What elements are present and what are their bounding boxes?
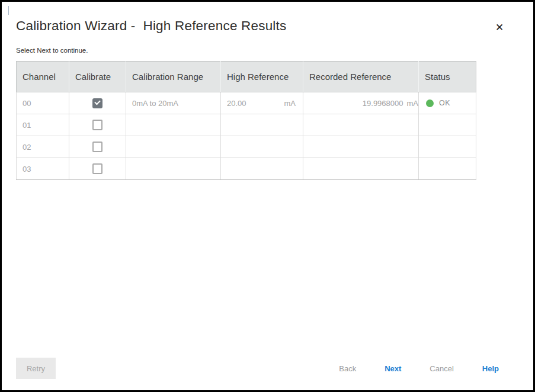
status-cell	[419, 114, 476, 136]
column-header-high-reference: High Reference	[221, 62, 303, 92]
channel-cell: 03	[17, 158, 69, 180]
dialog-title: Calibration Wizard - High Reference Resu…	[16, 18, 286, 34]
recorded-reference-cell	[303, 158, 419, 180]
status-label: OK	[439, 99, 450, 107]
wizard-nav-buttons: Back Next Cancel Help	[339, 364, 499, 373]
cursor-artifact	[8, 6, 9, 15]
dialog-subtitle: Select Next to continue.	[16, 47, 88, 54]
calibrate-cell	[69, 114, 126, 136]
help-button[interactable]: Help	[482, 364, 499, 373]
calibrate-checkbox-1[interactable]	[92, 120, 102, 130]
column-header-channel: Channel	[17, 62, 69, 92]
back-button[interactable]: Back	[339, 364, 356, 373]
status-cell: OK	[419, 92, 476, 114]
recorded-reference-cell: 19.9968000mA	[303, 92, 419, 114]
calibrate-cell	[69, 136, 126, 158]
table-row: 00 0mA to 20mA 20.00 mA 19.9968000mA	[17, 92, 476, 114]
table-row: 03	[17, 158, 476, 180]
high-reference-cell	[221, 136, 303, 158]
high-reference-cell: 20.00 mA	[221, 92, 303, 114]
status-cell	[419, 158, 476, 180]
dialog-footer: Retry Back Next Cancel Help	[16, 356, 499, 380]
cancel-button[interactable]: Cancel	[430, 364, 453, 373]
calibrate-checkbox-3[interactable]	[92, 163, 102, 174]
high-reference-cell	[221, 114, 303, 136]
recorded-reference-cell	[303, 114, 419, 136]
column-header-calibration-range: Calibration Range	[126, 62, 221, 92]
calibration-range-cell: 0mA to 20mA	[126, 92, 221, 114]
calibrate-cell	[69, 92, 126, 114]
column-header-recorded-reference: Recorded Reference	[303, 62, 419, 92]
table-row: 02	[17, 136, 476, 158]
high-reference-cell	[221, 158, 303, 180]
high-reference-value: 20.00	[227, 99, 246, 108]
calibration-wizard-dialog: Calibration Wizard - High Reference Resu…	[0, 0, 535, 392]
recorded-reference-value: 19.9968000	[363, 99, 403, 108]
column-header-status: Status	[419, 62, 476, 92]
recorded-reference-unit: mA	[407, 99, 419, 108]
status-cell	[419, 136, 476, 158]
close-icon[interactable]: ✕	[493, 21, 506, 34]
table-header-row: Channel Calibrate Calibration Range High…	[17, 62, 476, 92]
calibration-range-cell	[126, 158, 221, 180]
calibration-results-table: Channel Calibrate Calibration Range High…	[16, 61, 476, 180]
calibrate-checkbox-0[interactable]	[92, 98, 102, 108]
high-reference-unit: mA	[284, 99, 296, 108]
channel-cell: 00	[17, 92, 69, 114]
calibrate-cell	[69, 158, 126, 180]
next-button[interactable]: Next	[385, 364, 401, 373]
calibration-range-cell	[126, 114, 221, 136]
channel-cell: 02	[17, 136, 69, 158]
status-ok-icon	[426, 99, 434, 107]
calibrate-checkbox-2[interactable]	[92, 142, 102, 152]
table-row: 01	[17, 114, 476, 136]
recorded-reference-cell	[303, 136, 419, 158]
calibration-range-cell	[126, 136, 221, 158]
retry-button[interactable]: Retry	[16, 358, 56, 379]
channel-cell: 01	[17, 114, 69, 136]
column-header-calibrate: Calibrate	[69, 62, 126, 92]
